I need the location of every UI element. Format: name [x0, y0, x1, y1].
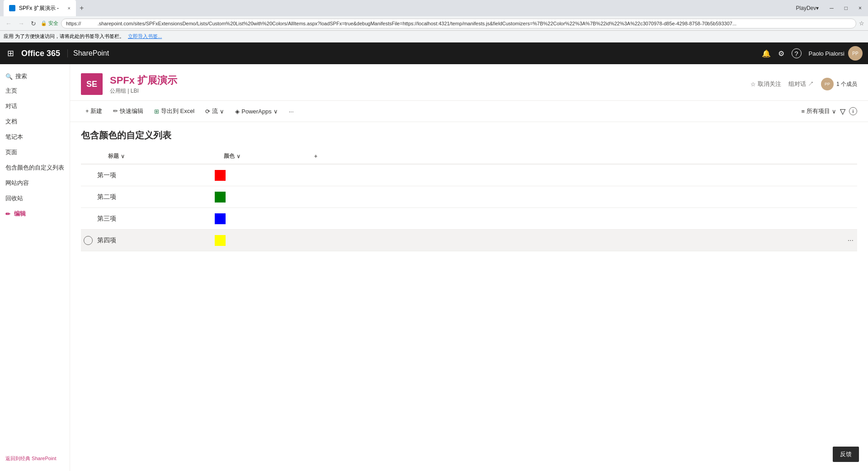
col-color-sort-icon: ∨ — [236, 153, 241, 160]
row-color-cell — [211, 190, 302, 204]
maximize-button[interactable]: □ — [842, 4, 850, 12]
color-swatch — [215, 170, 226, 181]
site-info: SPFx 扩展演示 公用组 | LBI — [110, 74, 743, 95]
tab-close-button[interactable]: × — [68, 5, 71, 11]
minimize-button[interactable]: ─ — [827, 4, 836, 12]
sidebar-item-edit-label: 编辑 — [14, 210, 26, 218]
back-to-classic-link[interactable]: 返回到经典 SharePoint — [5, 456, 56, 461]
sidebar-item-site-contents-label: 网站内容 — [5, 179, 29, 187]
sidebar-item-site-contents[interactable]: 网站内容 — [0, 175, 70, 191]
flow-icon: ⟳ — [205, 108, 210, 115]
office-logo[interactable]: Office 365 — [21, 49, 60, 58]
col-title-label: 标题 — [108, 152, 119, 160]
feedback-button[interactable]: 反馈 — [833, 447, 859, 462]
edit-icon: ✏ — [5, 211, 10, 217]
sidebar: 🔍 搜索 主页 对话 文档 笔记本 页面 包含颜色的自定义列表 网站内容 回收站… — [0, 64, 70, 471]
list-toolbar: + 新建 ✏ 快速编辑 ⊞ 导出到 Excel ⟳ 流 ∨ ◈ PowerApp… — [70, 101, 868, 122]
info-icon[interactable]: i — [849, 107, 857, 115]
refresh-button[interactable]: ↻ — [29, 19, 38, 28]
bookmark-bar-text: 应用 为了方便快速访问，请将此处的书签导入书签栏。 — [4, 33, 124, 40]
user-name: Paolo Pialorsi — [809, 50, 845, 57]
security-badge: 🔒 安全 — [41, 20, 58, 27]
star-icon: ☆ — [750, 81, 756, 88]
member-count: 1 个成员 — [836, 80, 857, 88]
site-header-actions: ☆ 取消关注 组对话 ↗ PP 1 个成员 — [750, 78, 857, 90]
row-color-cell — [211, 168, 302, 183]
bell-icon[interactable]: 🔔 — [762, 49, 771, 58]
flow-button[interactable]: ⟳ 流 ∨ — [201, 104, 229, 118]
filter-icon[interactable]: ▽ — [840, 107, 845, 116]
waffle-icon[interactable]: ⊞ — [5, 47, 16, 60]
sidebar-item-conversation-label: 对话 — [5, 102, 17, 110]
sidebar-item-custom-list-label: 包含颜色的自定义列表 — [5, 164, 64, 172]
forward-button[interactable]: → — [16, 19, 26, 28]
view-chevron-icon: ∨ — [832, 108, 836, 115]
row-spacer — [81, 236, 94, 245]
tab-title: SPFx 扩展演示 - — [19, 5, 59, 12]
powerapps-label: PowerApps — [241, 108, 271, 115]
bookmark-import-link[interactable]: 立即导入书签... — [128, 33, 162, 40]
site-header: SE SPFx 扩展演示 公用组 | LBI ☆ 取消关注 组对话 ↗ PP 1… — [70, 64, 868, 101]
sidebar-item-custom-list[interactable]: 包含颜色的自定义列表 — [0, 160, 70, 175]
address-bar: ← → ↻ 🔒 安全 ☆ — [0, 16, 868, 31]
sidebar-item-docs-label: 文档 — [5, 118, 17, 126]
list-title: 包含颜色的自定义列表 — [81, 129, 857, 141]
app-layout: 🔍 搜索 主页 对话 文档 笔记本 页面 包含颜色的自定义列表 网站内容 回收站… — [0, 64, 868, 471]
col-title-sort-icon: ∨ — [121, 153, 125, 160]
view-label: 所有项目 — [807, 107, 830, 115]
sidebar-item-pages[interactable]: 页面 — [0, 145, 70, 160]
table-row: 第二项 ··· — [81, 186, 857, 208]
table-row: 第一项 ··· — [81, 165, 857, 186]
active-tab[interactable]: SPFx 扩展演示 - × — [4, 0, 76, 16]
security-label: 安全 — [48, 20, 58, 27]
sidebar-item-edit[interactable]: ✏ 编辑 — [0, 206, 70, 221]
sharepoint-label[interactable]: SharePoint — [67, 49, 109, 57]
color-swatch — [215, 213, 226, 224]
row-checkbox[interactable] — [84, 236, 93, 245]
more-button[interactable]: ··· — [284, 105, 298, 118]
row-more-button[interactable]: ··· — [848, 236, 854, 245]
user-avatar: PP — [848, 46, 863, 61]
export-label: 导出到 Excel — [161, 107, 194, 115]
view-selector[interactable]: ≡ 所有项目 ∨ — [801, 107, 836, 115]
new-tab-button[interactable]: + — [76, 2, 87, 14]
site-name: SPFx 扩展演示 — [110, 74, 743, 87]
chat-button[interactable]: 组对话 ↗ — [788, 80, 814, 88]
col-title-header[interactable]: 标题 ∨ — [94, 151, 220, 162]
export-excel-button[interactable]: ⊞ 导出到 Excel — [150, 104, 199, 118]
sidebar-item-notebook-label: 笔记本 — [5, 133, 23, 141]
tab-bar: SPFx 扩展演示 - × + — [4, 0, 87, 16]
sidebar-item-docs[interactable]: 文档 — [0, 114, 70, 129]
tab-favicon — [9, 5, 15, 11]
address-input[interactable] — [61, 19, 856, 28]
close-window-button[interactable]: × — [856, 4, 864, 12]
col-color-header[interactable]: 颜色 ∨ — [220, 151, 311, 162]
powerapps-icon: ◈ — [235, 108, 240, 115]
bookmark-bar: 应用 为了方便快速访问，请将此处的书签导入书签栏。 立即导入书签... — [0, 31, 868, 42]
powerapps-button[interactable]: ◈ PowerApps ∨ — [231, 105, 282, 118]
toolbar-right: ≡ 所有项目 ∨ ▽ i — [801, 107, 857, 116]
unfollow-button[interactable]: ☆ 取消关注 — [750, 80, 781, 88]
sidebar-item-home[interactable]: 主页 — [0, 83, 70, 99]
bookmark-icon[interactable]: ☆ — [859, 20, 864, 27]
color-swatch — [215, 235, 226, 246]
excel-icon: ⊞ — [154, 108, 159, 115]
sidebar-search[interactable]: 🔍 搜索 — [0, 70, 70, 83]
playdev-button[interactable]: PlayDev▾ — [793, 4, 822, 12]
user-area[interactable]: Paolo Pialorsi PP — [809, 46, 863, 61]
settings-icon[interactable]: ⚙ — [778, 49, 784, 58]
powerapps-chevron-icon: ∨ — [274, 108, 278, 115]
list-header: 标题 ∨ 颜色 ∨ + — [81, 149, 857, 165]
sidebar-bottom: 返回到经典 SharePoint — [0, 450, 70, 466]
col-add-header[interactable]: + — [311, 151, 321, 161]
sidebar-item-recycle[interactable]: 回收站 — [0, 191, 70, 206]
help-icon[interactable]: ? — [792, 48, 802, 58]
member-area[interactable]: PP 1 个成员 — [821, 78, 857, 90]
lock-icon: 🔒 — [41, 20, 47, 26]
chat-label: 组对话 ↗ — [788, 80, 814, 88]
new-button[interactable]: + 新建 — [81, 104, 107, 118]
quick-edit-button[interactable]: ✏ 快速编辑 — [108, 104, 148, 118]
sidebar-item-conversation[interactable]: 对话 — [0, 99, 70, 114]
sidebar-item-notebook[interactable]: 笔记本 — [0, 129, 70, 145]
back-button[interactable]: ← — [4, 19, 14, 28]
